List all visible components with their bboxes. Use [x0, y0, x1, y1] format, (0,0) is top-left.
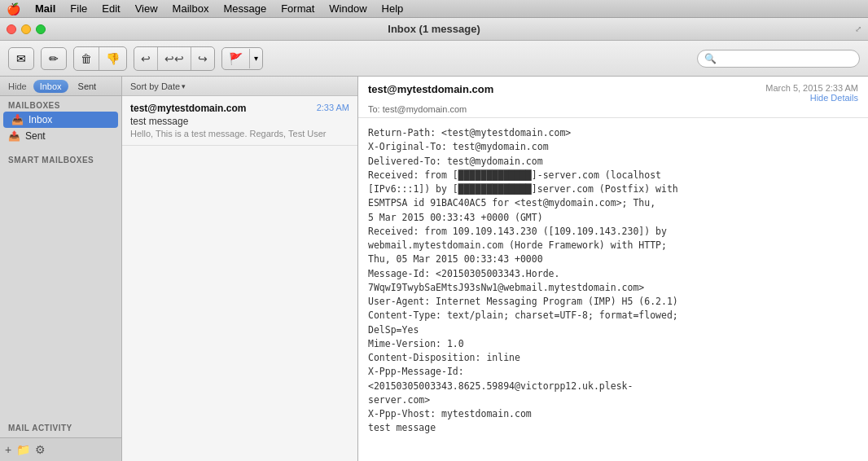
inbox-icon: 📥 [11, 114, 24, 125]
menu-file[interactable]: File [64, 1, 94, 16]
content-area: Hide Inbox Sent MAILBOXES 📥 Inbox 📤 Sent… [0, 77, 868, 461]
mail-detail: test@mytestdomain.com March 5, 2015 2:33… [358, 77, 868, 461]
menu-bar: 🍎 Mail File Edit View Mailbox Message Fo… [0, 0, 868, 18]
menu-message[interactable]: Message [217, 1, 273, 16]
reply-all-button[interactable]: ↩↩ [158, 47, 191, 70]
resize-icon[interactable]: ⤢ [855, 24, 861, 33]
sidebar: Hide Inbox Sent MAILBOXES 📥 Inbox 📤 Sent… [0, 77, 122, 461]
delete-junk-group: 🗑 👎 [73, 46, 127, 71]
sort-label: Sort by Date [130, 81, 180, 91]
search-icon: 🔍 [704, 53, 717, 64]
trash-button[interactable]: 🗑 [74, 47, 99, 70]
sidebar-item-inbox[interactable]: 📥 Inbox [3, 112, 118, 128]
forward-button[interactable]: ↪ [191, 47, 214, 70]
minimize-button[interactable] [21, 24, 31, 34]
apple-logo-icon[interactable]: 🍎 [7, 2, 20, 15]
menu-mail[interactable]: Mail [28, 1, 62, 16]
new-message-button[interactable]: ✉ [8, 47, 34, 70]
smart-mailboxes-area [0, 166, 121, 412]
to-label: To: [368, 104, 380, 114]
sidebar-item-sent[interactable]: 📤 Sent [0, 128, 121, 144]
flag-button[interactable]: 🚩 [222, 49, 250, 68]
folder-button[interactable]: 📁 [16, 443, 30, 456]
reply-group: ↩ ↩↩ ↪ [134, 46, 215, 71]
main-window: Inbox (1 message) ⤢ ✉ ✏ 🗑 👎 ↩ ↩↩ ↪ 🚩 ▾ [0, 18, 868, 461]
search-box: 🔍 [697, 50, 860, 68]
hide-details-button[interactable]: Hide Details [810, 93, 858, 103]
mail-subject: test message [130, 116, 349, 127]
mail-detail-to: To: test@mydomain.com [368, 104, 858, 114]
title-bar: Inbox (1 message) ⤢ [0, 18, 868, 41]
tab-sent[interactable]: Sent [72, 80, 103, 93]
toolbar: ✉ ✏ 🗑 👎 ↩ ↩↩ ↪ 🚩 ▾ 🔍 [0, 41, 868, 77]
menu-view[interactable]: View [129, 1, 164, 16]
mail-list-sort-header[interactable]: Sort by Date ▾ [122, 77, 357, 96]
mail-time: 2:33 AM [317, 103, 349, 112]
compose-icon: ✏ [49, 52, 59, 65]
sort-arrow-icon: ▾ [182, 82, 186, 90]
sidebar-item-sent-label: Sent [25, 130, 46, 142]
mail-detail-top: test@mytestdomain.com March 5, 2015 2:33… [368, 83, 858, 103]
junk-button[interactable]: 👎 [99, 47, 126, 70]
compose-button[interactable]: ✏ [41, 47, 67, 70]
mail-list-item[interactable]: test@mytestdomain.com 2:33 AM test messa… [122, 96, 357, 146]
mail-preview: Hello, This is a test message. Regards, … [130, 129, 349, 138]
sidebar-item-inbox-label: Inbox [28, 114, 52, 125]
traffic-lights [7, 24, 46, 34]
menu-help[interactable]: Help [375, 1, 410, 16]
sent-icon: 📤 [8, 130, 20, 142]
close-button[interactable] [7, 24, 16, 34]
maximize-button[interactable] [36, 24, 46, 34]
menu-edit[interactable]: Edit [95, 1, 126, 16]
mail-detail-from: test@mytestdomain.com [368, 83, 493, 95]
mail-item-row: test@mytestdomain.com 2:33 AM [130, 103, 349, 114]
add-mailbox-button[interactable]: + [5, 443, 11, 456]
new-message-icon: ✉ [16, 52, 26, 65]
window-title: Inbox (1 message) [388, 23, 480, 35]
mail-detail-header: test@mytestdomain.com March 5, 2015 2:33… [358, 77, 868, 118]
menu-mailbox[interactable]: Mailbox [166, 1, 216, 16]
smart-mailboxes-section-title: SMART MAILBOXES [0, 151, 121, 166]
search-input[interactable] [720, 54, 842, 64]
flag-dropdown-button[interactable]: ▾ [250, 50, 262, 66]
mail-activity-area: MAIL ACTIVITY [0, 419, 121, 437]
menu-format[interactable]: Format [274, 1, 321, 16]
reply-button[interactable]: ↩ [134, 47, 158, 70]
flag-group: 🚩 ▾ [221, 47, 263, 70]
gear-button[interactable]: ⚙ [35, 443, 46, 456]
hide-button[interactable]: Hide [5, 80, 30, 93]
mail-detail-date: March 5, 2015 2:33 AM [765, 83, 858, 93]
sidebar-tabs: Hide Inbox Sent [0, 77, 121, 96]
mail-list: Sort by Date ▾ test@mytestdomain.com 2:3… [122, 77, 358, 461]
mailboxes-section-title: MAILBOXES [0, 96, 121, 112]
mail-detail-body: Return-Path: <test@mytestdomain.com> X-O… [358, 118, 868, 461]
mail-activity-title: MAIL ACTIVITY [8, 424, 113, 432]
to-address: test@mydomain.com [383, 104, 467, 114]
menu-window[interactable]: Window [322, 1, 373, 16]
sidebar-footer: + 📁 ⚙ [0, 437, 121, 461]
mail-from: test@mytestdomain.com [130, 103, 246, 114]
tab-inbox[interactable]: Inbox [33, 80, 68, 93]
mail-detail-meta: March 5, 2015 2:33 AM Hide Details [765, 83, 858, 103]
